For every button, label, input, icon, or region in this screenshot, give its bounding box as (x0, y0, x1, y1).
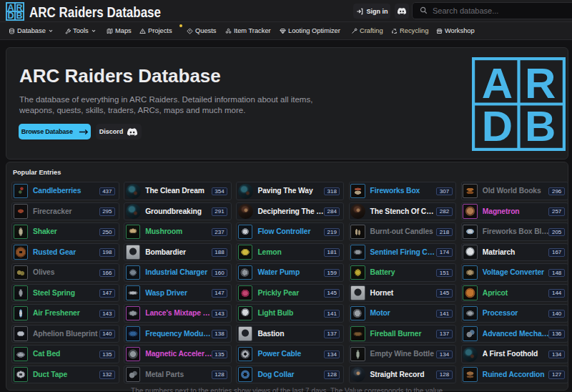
svg-text:D: D (482, 102, 513, 150)
svg-text:B: B (525, 102, 556, 150)
svg-text:B: B (16, 11, 22, 21)
svg-text:R: R (525, 59, 556, 107)
svg-text:D: D (8, 11, 14, 21)
svg-text:A: A (482, 59, 513, 107)
